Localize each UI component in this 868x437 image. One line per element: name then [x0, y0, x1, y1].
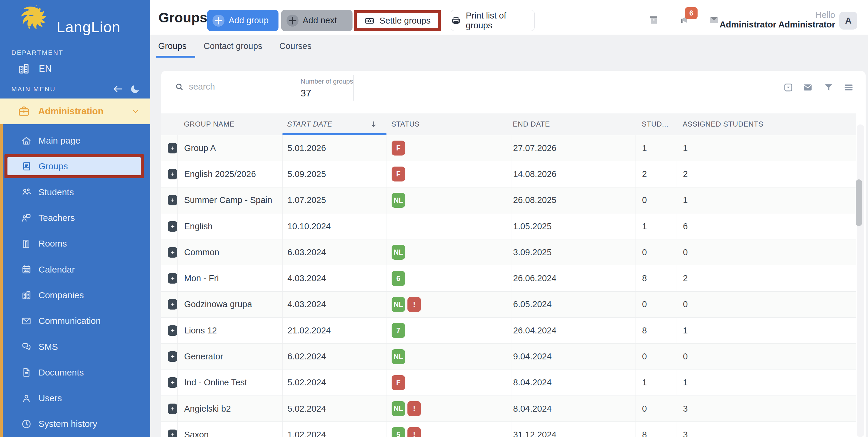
- end-date: 9.04.2024: [512, 344, 635, 369]
- expand-row-button[interactable]: [168, 273, 177, 284]
- expand-row-button[interactable]: [168, 299, 177, 310]
- vertical-scrollbar[interactable]: [857, 124, 864, 437]
- status-badge: F: [392, 141, 405, 156]
- table-row[interactable]: Saxon 1.02.2024 5 ! 31.12.2024 8 3: [161, 422, 856, 437]
- sidebar-item[interactable]: SMS: [0, 334, 150, 360]
- students-count: 0: [635, 396, 676, 422]
- expand-row-button[interactable]: [168, 377, 177, 388]
- end-date: 26.08.2025: [512, 187, 635, 213]
- table-row[interactable]: Lions 12 21.02.2024 7 26.04.2024 8 1: [161, 317, 856, 343]
- groups-table: Group A 5.01.2026 F 27.07.2026 1 1 E: [161, 135, 856, 437]
- department-selector[interactable]: EN: [17, 62, 52, 75]
- app-logo[interactable]: LangLion: [11, 3, 121, 41]
- buildings-icon: [21, 289, 32, 301]
- archive-icon[interactable]: [648, 14, 660, 26]
- sidebar-item[interactable]: Groups: [0, 153, 150, 179]
- moon-icon[interactable]: [129, 83, 141, 95]
- funnel-icon[interactable]: [823, 82, 834, 93]
- status-badge: !: [407, 401, 421, 416]
- table-row[interactable]: Godzinowa grupa 4.03.2024 NL ! 6.05.2024…: [161, 291, 856, 317]
- department-value: EN: [39, 63, 52, 74]
- status-badges: F: [386, 135, 512, 161]
- start-date: 1.02.2024: [282, 422, 386, 437]
- mail-filled-icon[interactable]: [802, 82, 813, 93]
- assigned-students-count: 1: [676, 318, 856, 343]
- print-list-button[interactable]: Print list of groups: [451, 10, 535, 31]
- expand-row-button[interactable]: [168, 325, 177, 336]
- column-start-date[interactable]: START DATE: [282, 120, 386, 129]
- sidebar-section-administration[interactable]: Administration: [0, 98, 150, 124]
- sidebar-item[interactable]: Teachers: [0, 205, 150, 231]
- status-badge: NL: [392, 193, 405, 208]
- expand-row-button[interactable]: [168, 169, 177, 179]
- assigned-students-count: 1: [676, 187, 856, 213]
- add-next-button[interactable]: Add next: [281, 10, 352, 31]
- logo-text: LangLion: [57, 19, 121, 36]
- expand-row-button[interactable]: [168, 404, 177, 414]
- status-badge: NL: [392, 349, 405, 364]
- status-badges: F: [386, 370, 512, 396]
- annotation-box: Students: [4, 180, 144, 204]
- search-input[interactable]: [188, 82, 285, 92]
- table-row[interactable]: Summer Camp - Spain 1.07.2025 NL 26.08.2…: [161, 187, 856, 213]
- table-row[interactable]: Ind - Online Test 5.02.2024 F 8.04.2024 …: [161, 370, 856, 396]
- start-date: 5.01.2026: [282, 135, 386, 161]
- sidebar-item[interactable]: Companies: [0, 282, 150, 308]
- sort-down-icon: [369, 120, 378, 129]
- column-end-date[interactable]: END DATE: [512, 120, 635, 128]
- end-date: 8.04.2024: [512, 370, 635, 396]
- expand-row-button[interactable]: [168, 195, 177, 206]
- expand-row-button[interactable]: [168, 221, 177, 231]
- settle-groups-button[interactable]: Settle groups: [357, 13, 438, 28]
- sidebar-item[interactable]: Rooms: [0, 231, 150, 256]
- tab-courses[interactable]: Courses: [279, 41, 312, 51]
- column-status[interactable]: STATUS: [386, 120, 512, 128]
- user-name[interactable]: Administrator Administrator: [720, 20, 835, 30]
- arrow-left-icon[interactable]: [112, 83, 124, 95]
- hamburger-icon[interactable]: [843, 82, 854, 93]
- plus-icon: [169, 145, 176, 151]
- plus-icon: [169, 171, 176, 177]
- expand-row-button[interactable]: [168, 430, 177, 437]
- book-icon: [21, 161, 32, 172]
- tab-contact-groups[interactable]: Contact groups: [204, 41, 262, 51]
- expand-row-button[interactable]: [168, 351, 177, 362]
- sidebar-item[interactable]: System history: [0, 411, 150, 437]
- sidebar-item[interactable]: Students: [0, 179, 150, 205]
- table-row[interactable]: English 10.10.2024 1.05.2025 1 6: [161, 213, 856, 239]
- annotation-box: Rooms: [4, 231, 144, 255]
- sidebar-item[interactable]: Documents: [0, 360, 150, 385]
- envelope-filled-icon[interactable]: [708, 14, 720, 26]
- select-square-icon[interactable]: [783, 82, 794, 93]
- sidebar-item[interactable]: Main page: [0, 128, 150, 153]
- sidebar-item[interactable]: Users: [0, 385, 150, 411]
- table-row[interactable]: English 2025/2026 5.09.2025 F 14.08.2026…: [161, 161, 856, 187]
- annotation-box: Groups: [4, 154, 144, 178]
- tab-groups[interactable]: Groups: [158, 41, 187, 51]
- table-row[interactable]: Group A 5.01.2026 F 27.07.2026 1 1: [161, 135, 856, 161]
- table-row[interactable]: Mon - Fri 4.03.2024 6 26.06.2024 8 2: [161, 265, 856, 291]
- table-row[interactable]: Angielski b2 5.02.2024 NL ! 8.04.2024 0 …: [161, 396, 856, 422]
- clock-icon: [21, 418, 32, 430]
- sidebar-item[interactable]: Calendar: [0, 256, 150, 282]
- groups-count-label: Number of groups: [301, 77, 353, 85]
- notification-badge[interactable]: 6: [685, 7, 698, 19]
- sidebar-item[interactable]: Communication: [0, 308, 150, 334]
- column-group-name[interactable]: GROUP NAME: [177, 120, 282, 128]
- document-icon: [21, 367, 32, 378]
- column-assigned-students[interactable]: ASSIGNED STUDENTS: [676, 120, 856, 128]
- annotation-box: Documents: [4, 361, 144, 384]
- page-title: Groups: [158, 9, 208, 26]
- expand-row-button[interactable]: [168, 143, 177, 153]
- scrollbar-thumb[interactable]: [856, 179, 862, 226]
- column-students[interactable]: STUD...: [635, 120, 676, 128]
- students-count: 8: [635, 266, 676, 291]
- assigned-students-count: 3: [676, 396, 856, 422]
- expand-row-button[interactable]: [168, 247, 177, 258]
- table-row[interactable]: Generator 6.02.2024 NL 9.04.2024 0 0: [161, 343, 856, 369]
- avatar[interactable]: A: [839, 12, 857, 30]
- search-box[interactable]: [175, 82, 288, 92]
- table-row[interactable]: Common 6.03.2024 NL 3.09.2025 0 0: [161, 239, 856, 265]
- add-group-button[interactable]: Add group: [207, 10, 278, 31]
- annotation-box: SMS: [4, 335, 144, 359]
